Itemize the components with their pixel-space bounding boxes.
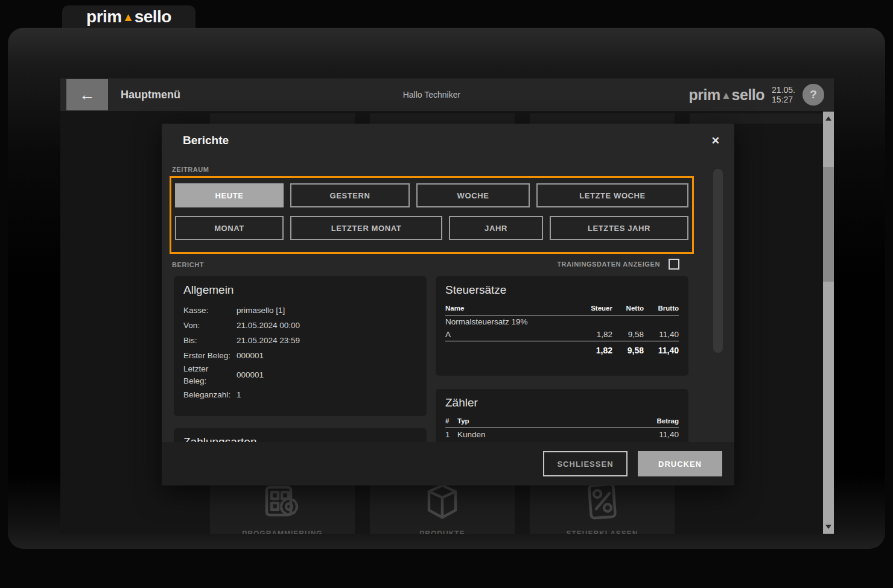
zeitraum-button-heute[interactable]: HEUTE bbox=[175, 183, 284, 207]
tile-label: PROGRAMMIERUNG bbox=[210, 530, 355, 534]
scroll-up-icon[interactable] bbox=[825, 116, 831, 121]
dialog-scrollbar-thumb[interactable] bbox=[713, 169, 723, 353]
info-row: Letzter Beleg:000001 bbox=[183, 363, 417, 387]
bericht-section-label: BERICHT bbox=[172, 261, 204, 268]
help-button[interactable]: ? bbox=[802, 84, 824, 106]
counter-typ: Kunden bbox=[457, 428, 644, 441]
table-row: Normalsteuersatz 19% bbox=[445, 315, 679, 329]
zeitraum-section-label: ZEITRAUM bbox=[172, 166, 209, 173]
close-icon[interactable]: ✕ bbox=[709, 132, 722, 150]
info-row: Erster Beleg:000001 bbox=[183, 348, 417, 363]
zeitraum-button-monat[interactable]: MONAT bbox=[175, 216, 284, 240]
info-row: Von:21.05.2024 00:00 bbox=[183, 318, 417, 333]
zeitraum-row-2: MONAT LETZTER MONAT JAHR LETZTES JAHR bbox=[175, 216, 688, 240]
info-label: Erster Beleg: bbox=[183, 350, 237, 362]
zaehler-table: # Typ Betrag 1 Kunden 11,40 bbox=[445, 416, 679, 441]
package-icon bbox=[421, 480, 464, 523]
primasello-logo: prim▲sello bbox=[86, 7, 171, 27]
drucken-button[interactable]: DRUCKEN bbox=[638, 451, 722, 476]
panel-title: Allgemein bbox=[183, 283, 417, 297]
scroll-down-icon[interactable] bbox=[825, 525, 831, 529]
app-header: ← Hauptmenü Hallo Techniker prim▲sello 2… bbox=[60, 78, 834, 111]
info-row: Kasse:primasello [1] bbox=[183, 303, 417, 318]
info-value: 21.05.2024 00:00 bbox=[237, 320, 300, 332]
time-text: 15:27 bbox=[772, 95, 795, 104]
info-row: Beleganzahl:1 bbox=[183, 387, 417, 402]
logo-triangle-icon: ▲ bbox=[721, 89, 731, 102]
column-header: Name bbox=[445, 303, 575, 315]
app-window: PROGRAMMIERUNG PRODUKTE STEUERKLASSEN ← … bbox=[60, 78, 834, 534]
table-row: A 1,82 9,58 11,40 bbox=[445, 328, 679, 341]
zeitraum-button-letztes-jahr[interactable]: LETZTES JAHR bbox=[550, 216, 688, 240]
tax-name: Normalsteuersatz 19% bbox=[445, 315, 679, 329]
logo-text-pre: prim bbox=[86, 7, 122, 26]
column-header: Netto bbox=[612, 303, 644, 315]
total-steuer: 1,82 bbox=[575, 341, 612, 358]
info-row: Bis:21.05.2024 23:59 bbox=[183, 333, 417, 348]
berichte-dialog: Berichte ✕ ZEITRAUM HEUTE GESTERN WOCHE … bbox=[162, 124, 734, 485]
dialog-footer: SCHLIESSEN DRUCKEN bbox=[162, 442, 734, 485]
zeitraum-button-woche[interactable]: WOCHE bbox=[416, 183, 530, 207]
info-label: Beleganzahl: bbox=[183, 389, 237, 401]
total-brutto: 11,40 bbox=[644, 341, 679, 358]
table-total-row: 1,82 9,58 11,40 bbox=[445, 341, 679, 358]
tile-label: PRODUKTE bbox=[370, 530, 515, 534]
info-label: Kasse: bbox=[183, 305, 237, 317]
zeitraum-button-jahr[interactable]: JAHR bbox=[449, 216, 543, 240]
schliessen-button[interactable]: SCHLIESSEN bbox=[543, 451, 628, 476]
brand-tab: prim▲sello bbox=[62, 5, 195, 28]
header-logo: prim▲sello bbox=[689, 86, 765, 104]
zeitraum-row-1: HEUTE GESTERN WOCHE LETZTE WOCHE bbox=[175, 183, 688, 207]
background-tile-top bbox=[210, 113, 355, 124]
window-scrollbar-thumb[interactable] bbox=[823, 167, 834, 282]
zeitraum-button-group: HEUTE GESTERN WOCHE LETZTE WOCHE MONAT L… bbox=[170, 176, 694, 254]
info-label: Bis: bbox=[183, 335, 237, 347]
counter-betrag: 11,40 bbox=[644, 428, 679, 441]
screen: prim▲sello PROGRAMMIERUNG bbox=[0, 0, 893, 588]
total-netto: 9,58 bbox=[612, 341, 644, 358]
trainingsdaten-toggle-group: TRAININGSDATEN ANZEIGEN bbox=[557, 259, 679, 270]
allgemein-panel: Allgemein Kasse:primasello [1] Von:21.05… bbox=[174, 276, 427, 416]
question-mark-icon: ? bbox=[810, 88, 817, 101]
trainingsdaten-label: TRAININGSDATEN ANZEIGEN bbox=[557, 261, 660, 268]
logo-text-post: sello bbox=[732, 86, 764, 103]
logo-triangle-icon: ▲ bbox=[122, 10, 134, 24]
zeitraum-button-letzte-woche[interactable]: LETZTE WOCHE bbox=[536, 183, 688, 207]
trainingsdaten-checkbox[interactable] bbox=[669, 259, 679, 270]
info-label: Von: bbox=[183, 320, 237, 332]
logo-text-post: sello bbox=[135, 7, 171, 26]
back-button[interactable]: ← bbox=[66, 79, 108, 110]
header-right: prim▲sello 21.05. 15:27 ? bbox=[689, 78, 824, 111]
table-header-row: # Typ Betrag bbox=[445, 416, 679, 428]
column-header: Brutto bbox=[644, 303, 679, 315]
panel-title: Steuersätze bbox=[445, 283, 679, 297]
zeitraum-button-gestern[interactable]: GESTERN bbox=[290, 183, 410, 207]
dialog-title: Berichte bbox=[183, 134, 229, 147]
module-gear-icon bbox=[261, 480, 304, 523]
info-value: 000001 bbox=[237, 350, 264, 362]
tile-label: STEUERKLASSEN bbox=[530, 530, 675, 534]
column-header: # bbox=[445, 416, 457, 428]
logo-text-pre: prim bbox=[689, 86, 720, 103]
background-tile-top bbox=[690, 113, 834, 124]
page-title: Hauptmenü bbox=[121, 78, 180, 111]
zeitraum-button-letzter-monat[interactable]: LETZTER MONAT bbox=[290, 216, 442, 240]
user-greeting: Hallo Techniker bbox=[403, 78, 460, 111]
counter-num: 1 bbox=[445, 428, 457, 441]
info-value: primasello [1] bbox=[237, 305, 285, 317]
column-header: Betrag bbox=[644, 416, 679, 428]
document-percent-icon bbox=[580, 480, 624, 523]
date-text: 21.05. bbox=[772, 85, 795, 95]
column-header: Typ bbox=[457, 416, 644, 428]
panel-title: Zähler bbox=[445, 396, 679, 409]
info-label: Letzter Beleg: bbox=[183, 363, 237, 387]
back-arrow-icon: ← bbox=[80, 86, 95, 104]
info-value: 1 bbox=[237, 389, 241, 401]
tax-brutto: 11,40 bbox=[644, 328, 679, 341]
background-tile-top bbox=[370, 113, 515, 124]
table-header-row: Name Steuer Netto Brutto bbox=[445, 303, 679, 315]
datetime: 21.05. 15:27 bbox=[772, 85, 795, 104]
tax-netto: 9,58 bbox=[612, 328, 644, 341]
table-row: 1 Kunden 11,40 bbox=[445, 428, 679, 441]
window-scrollbar[interactable] bbox=[823, 112, 834, 534]
